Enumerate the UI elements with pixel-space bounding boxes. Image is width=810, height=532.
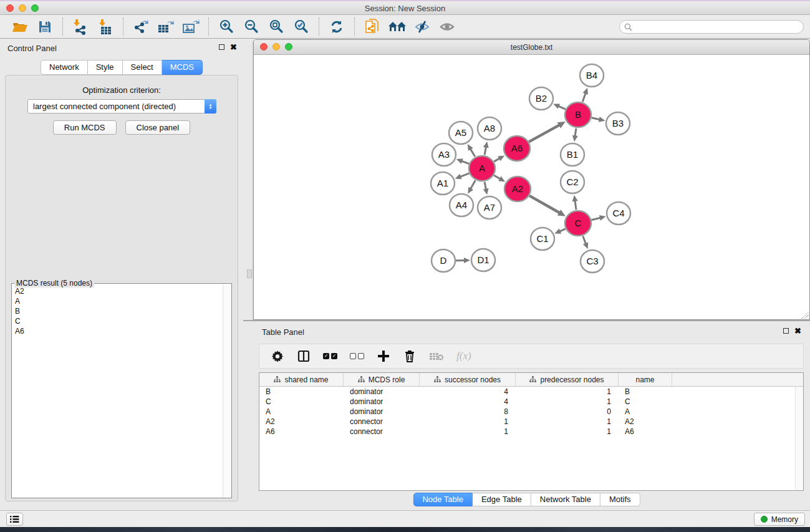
mcds-result-item[interactable]: C (15, 316, 220, 326)
eye-crossed-icon[interactable] (412, 17, 433, 36)
zoom-fit-icon[interactable] (266, 17, 287, 36)
control-tab-style[interactable]: Style (88, 60, 123, 75)
cell-shared-name[interactable]: A2 (259, 417, 344, 427)
graph-node-A[interactable]: A (469, 156, 495, 181)
graph-node-D1[interactable]: D1 (471, 249, 495, 271)
network-window-titlebar[interactable]: testGlobe.txt (254, 40, 809, 55)
result-scrollbar[interactable] (223, 284, 231, 497)
control-tab-network[interactable]: Network (41, 60, 88, 75)
delete-column-trash-icon[interactable] (403, 349, 417, 364)
cell-successor-nodes[interactable]: 8 (420, 407, 516, 417)
memory-button[interactable]: Memory (754, 513, 805, 526)
task-history-button[interactable] (6, 513, 23, 526)
column-header-name[interactable]: name (619, 373, 672, 386)
export-network-icon[interactable] (130, 17, 152, 36)
cell-MCDS-role[interactable]: dominator (344, 407, 420, 417)
deselect-all-checkboxes-icon[interactable] (350, 349, 364, 364)
network-document-icon[interactable] (362, 17, 383, 36)
column-header-MCDS-role[interactable]: MCDS role (344, 373, 420, 386)
mcds-result-item[interactable]: A2 (15, 286, 220, 296)
graph-node-A4[interactable]: A4 (450, 194, 473, 216)
table-row[interactable]: Bdominator41B (259, 387, 803, 397)
cell-predecessor-nodes[interactable]: 1 (516, 387, 619, 397)
select-all-checkboxes-icon[interactable]: ✓✓ (323, 349, 337, 364)
graph-node-A2[interactable]: A2 (504, 177, 531, 201)
cell-predecessor-nodes[interactable]: 1 (516, 397, 619, 407)
graph-node-B2[interactable]: B2 (529, 87, 553, 110)
close-panel-icon[interactable]: ✖ (230, 44, 237, 50)
cell-shared-name[interactable]: A (259, 407, 344, 417)
graph-node-A5[interactable]: A5 (449, 122, 473, 144)
table-tab-node-table[interactable]: Node Table (413, 493, 473, 506)
cell-shared-name[interactable]: A6 (259, 427, 344, 437)
import-network-icon[interactable] (70, 17, 91, 36)
settings-gear-icon[interactable] (271, 349, 284, 364)
table-tab-edge-table[interactable]: Edge Table (473, 493, 531, 506)
graph-node-A8[interactable]: A8 (478, 117, 501, 140)
graph-node-A1[interactable]: A1 (431, 172, 455, 195)
cell-MCDS-role[interactable]: dominator (344, 387, 420, 397)
cell-successor-nodes[interactable]: 4 (420, 397, 516, 407)
table-row[interactable]: Adominator80A (259, 407, 803, 417)
zoom-selected-icon[interactable] (291, 17, 312, 36)
toolbar-search-field[interactable] (619, 20, 804, 34)
float-panel-icon[interactable] (219, 44, 224, 50)
close-table-panel-icon[interactable]: ✖ (794, 328, 801, 334)
graph-node-C1[interactable]: C1 (531, 228, 554, 250)
float-table-panel-icon[interactable] (783, 328, 789, 334)
graph-node-C3[interactable]: C3 (581, 250, 604, 273)
graph-node-C2[interactable]: C2 (561, 171, 584, 193)
graph-node-B4[interactable]: B4 (580, 64, 604, 87)
graph-node-C[interactable]: C (565, 211, 591, 236)
zoom-in-icon[interactable] (216, 17, 237, 36)
column-header-predecessor-nodes[interactable]: predecessor nodes (516, 373, 619, 386)
table-tab-motifs[interactable]: Motifs (600, 493, 640, 506)
cell-shared-name[interactable]: B (259, 387, 344, 397)
save-session-icon[interactable] (34, 17, 55, 36)
graph-node-A6[interactable]: A6 (504, 136, 530, 161)
mcds-result-item[interactable]: B (15, 306, 220, 316)
column-chooser-icon[interactable] (297, 349, 311, 364)
cell-successor-nodes[interactable]: 4 (420, 387, 516, 397)
cell-MCDS-role[interactable]: dominator (344, 397, 420, 407)
add-column-icon[interactable] (377, 349, 390, 364)
table-tab-network-table[interactable]: Network Table (531, 493, 600, 506)
cell-predecessor-nodes[interactable]: 0 (516, 407, 619, 417)
cell-predecessor-nodes[interactable]: 1 (516, 417, 619, 427)
table-scrollbar[interactable] (795, 387, 803, 490)
import-table-icon[interactable] (95, 17, 116, 36)
cell-name[interactable]: A2 (619, 417, 672, 427)
cell-successor-nodes[interactable]: 1 (420, 417, 516, 427)
network-canvas[interactable]: B4B2BB3A8A5A6A3B1AC2A1A2A4A7C4CC1C3DD1 (254, 55, 809, 319)
edge-A2-C[interactable] (529, 196, 561, 214)
cell-name[interactable]: C (619, 397, 672, 407)
window-resize-grip[interactable] (801, 311, 809, 319)
table-row[interactable]: Cdominator41C (259, 397, 803, 407)
graph-node-C4[interactable]: C4 (607, 202, 630, 225)
mcds-result-item[interactable]: A (15, 296, 220, 306)
cell-MCDS-role[interactable]: connector (344, 427, 420, 437)
table-row[interactable]: A6connector11A6 (259, 427, 803, 437)
network-graph[interactable]: B4B2BB3A8A5A6A3B1AC2A1A2A4A7C4CC1C3DD1 (254, 55, 809, 319)
control-tab-mcds[interactable]: MCDS (162, 60, 203, 75)
run-mcds-button[interactable]: Run MCDS (53, 120, 117, 135)
column-header-shared-name[interactable]: shared name (259, 373, 344, 386)
refresh-icon[interactable] (326, 17, 347, 36)
cell-successor-nodes[interactable]: 1 (420, 427, 516, 437)
graph-node-B[interactable]: B (565, 102, 591, 127)
export-image-icon[interactable] (180, 17, 201, 36)
close-panel-button[interactable]: Close panel (125, 120, 191, 135)
graph-node-B3[interactable]: B3 (606, 112, 630, 135)
cell-predecessor-nodes[interactable]: 1 (516, 427, 619, 437)
cell-name[interactable]: A6 (619, 427, 672, 437)
graph-node-A7[interactable]: A7 (478, 196, 501, 219)
cell-shared-name[interactable]: C (259, 397, 344, 407)
eye-icon[interactable] (436, 17, 458, 36)
mcds-result-item[interactable]: A6 (15, 326, 220, 336)
cell-name[interactable]: B (619, 387, 672, 397)
column-header-successor-nodes[interactable]: successor nodes (420, 373, 516, 386)
cell-MCDS-role[interactable]: connector (344, 417, 420, 427)
open-session-icon[interactable] (9, 17, 31, 36)
vertical-split-handle[interactable] (247, 269, 252, 278)
mcds-result-list[interactable]: A2ABCA6 (12, 284, 223, 497)
